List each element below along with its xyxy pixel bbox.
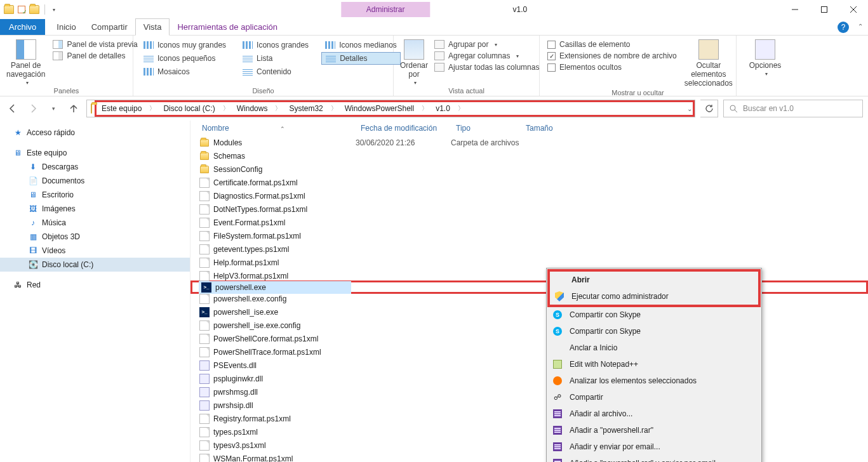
- nav-pane-button[interactable]: Panel de navegación ▾: [6, 39, 45, 86]
- file-list-pane[interactable]: Nombre Fecha de modificación Tipo Tamaño…: [190, 121, 868, 462]
- tab-view[interactable]: Vista: [135, 18, 170, 36]
- tree-network[interactable]: 🖧Red: [0, 278, 190, 292]
- preview-pane-button[interactable]: Panel de vista previa: [51, 39, 138, 50]
- ctx-add-email[interactable]: Añadir y enviar por email...: [548, 439, 760, 455]
- manage-contextual-tab[interactable]: Administrar: [341, 2, 431, 17]
- column-type[interactable]: Tipo: [451, 121, 521, 135]
- breadcrumb[interactable]: Este equipo〉Disco local (C:)〉Windows〉Sys…: [95, 100, 695, 117]
- column-headers[interactable]: Nombre Fecha de modificación Tipo Tamaño: [190, 121, 868, 136]
- file-row[interactable]: Help.format.ps1xml: [190, 256, 868, 269]
- layout-list[interactable]: Lista: [239, 52, 312, 65]
- file-row[interactable]: PowerShellCore.format.ps1xml: [190, 332, 868, 345]
- qat-new-folder-icon[interactable]: [29, 4, 39, 15]
- tree-this-pc[interactable]: 🖥Este equipo: [0, 146, 190, 160]
- tab-app-tools[interactable]: Herramientas de aplicación: [170, 19, 285, 35]
- size-columns-button[interactable]: Ajustar todas las columnas: [433, 62, 540, 72]
- chevron-right-icon[interactable]: 〉: [327, 102, 341, 115]
- breadcrumb-segment[interactable]: v1.0: [432, 102, 454, 115]
- back-button[interactable]: [5, 101, 20, 116]
- file-row[interactable]: FileSystem.format.ps1xml: [190, 229, 868, 242]
- tree-item[interactable]: 📄Documentos: [0, 174, 190, 188]
- ctx-skype-share-2[interactable]: SCompartir con Skype: [548, 323, 760, 340]
- close-button[interactable]: [839, 0, 868, 19]
- chevron-right-icon[interactable]: 〉: [145, 102, 159, 115]
- ctx-run-as-admin[interactable]: Ejecutar como administrador: [550, 288, 758, 305]
- address-bar[interactable]: Este equipo〉Disco local (C:)〉Windows〉Sys…: [86, 100, 695, 117]
- tree-item[interactable]: ⬇Descargas: [0, 160, 190, 174]
- help-icon[interactable]: ?: [838, 22, 849, 33]
- ctx-skype-share-1[interactable]: SCompartir con Skype: [548, 307, 760, 323]
- tree-item[interactable]: ♪Música: [0, 216, 190, 230]
- file-row[interactable]: pspluginwkr.dll: [190, 372, 868, 385]
- ctx-pin-start[interactable]: Anclar a Inicio: [548, 340, 760, 356]
- file-row[interactable]: getevent.types.ps1xml: [190, 242, 868, 256]
- refresh-button[interactable]: [700, 100, 718, 117]
- file-row[interactable]: types.ps1xml: [190, 425, 868, 439]
- layout-gallery[interactable]: Iconos muy grandes Iconos grandes Iconos…: [140, 39, 387, 77]
- breadcrumb-segment[interactable]: Este equipo: [98, 102, 145, 115]
- tree-item[interactable]: 🖼Imágenes: [0, 202, 190, 216]
- search-input[interactable]: Buscar en v1.0: [723, 100, 863, 117]
- layout-content[interactable]: Contenido: [239, 66, 312, 77]
- address-history-dropdown[interactable]: ⌄: [687, 100, 692, 117]
- hide-selected-button[interactable]: Ocultar elementos seleccionados: [684, 39, 733, 88]
- options-button[interactable]: Opciones▾: [743, 39, 787, 77]
- ctx-avast-scan[interactable]: Analizar los elementos seleccionados: [548, 373, 760, 389]
- minimize-button[interactable]: [780, 0, 810, 19]
- file-row[interactable]: PowerShellTrace.format.ps1xml: [190, 345, 868, 359]
- breadcrumb-segment[interactable]: System32: [285, 102, 326, 115]
- file-row[interactable]: Registry.format.ps1xml: [190, 412, 868, 425]
- ctx-add-archive[interactable]: Añadir al archivo...: [548, 406, 760, 422]
- layout-large[interactable]: Iconos grandes: [239, 39, 312, 51]
- layout-details[interactable]: Detalles: [321, 52, 401, 65]
- tree-item[interactable]: ▦Objetos 3D: [0, 230, 190, 244]
- file-row[interactable]: DotNetTypes.format.ps1xml: [190, 202, 868, 216]
- layout-extra-large[interactable]: Iconos muy grandes: [140, 39, 230, 51]
- column-size[interactable]: Tamaño: [521, 121, 571, 135]
- add-columns-button[interactable]: Agregar columnas ▾: [433, 51, 540, 61]
- layout-small[interactable]: Iconos pequeños: [140, 52, 230, 65]
- file-row[interactable]: powershell_ise.exe.config: [190, 319, 868, 332]
- tree-item[interactable]: 💽Disco local (C:): [0, 258, 190, 272]
- ctx-add-rar[interactable]: Añadir a "powershell.rar": [548, 422, 760, 439]
- file-row[interactable]: Schemas: [190, 149, 868, 162]
- recent-locations-button[interactable]: ▾: [46, 101, 61, 116]
- file-row[interactable]: PSEvents.dll: [190, 359, 868, 372]
- file-row[interactable]: WSMan.Format.ps1xml: [190, 452, 868, 462]
- ctx-share[interactable]: ☍Compartir: [548, 389, 760, 406]
- tree-quick-access[interactable]: ★Acceso rápido: [0, 126, 190, 140]
- item-checkboxes-toggle[interactable]: Casillas de elemento: [546, 39, 678, 50]
- chevron-right-icon[interactable]: 〉: [454, 102, 468, 115]
- ctx-add-rar-email[interactable]: Añadir a "powershell.rar" y enviar por e…: [548, 455, 760, 462]
- column-date[interactable]: Fecha de modificación: [356, 121, 451, 135]
- collapse-ribbon-icon[interactable]: ⌃: [858, 23, 863, 30]
- details-pane-button[interactable]: Panel de detalles: [51, 51, 138, 61]
- ctx-notepad[interactable]: Edit with Notepad++: [548, 356, 760, 373]
- ctx-open[interactable]: Abrir: [550, 272, 758, 288]
- tab-share[interactable]: Compartir: [84, 19, 135, 35]
- file-row[interactable]: >_powershell_ise.exe: [190, 305, 868, 319]
- file-row[interactable]: Modules30/06/2020 21:26Carpeta de archiv…: [190, 136, 868, 149]
- file-row[interactable]: Certificate.format.ps1xml: [190, 176, 868, 189]
- tree-item[interactable]: 🖥Escritorio: [0, 188, 190, 202]
- navigation-tree[interactable]: ★Acceso rápido 🖥Este equipo ⬇Descargas📄D…: [0, 121, 190, 462]
- file-row[interactable]: pwrshmsg.dll: [190, 385, 868, 399]
- chevron-right-icon[interactable]: 〉: [418, 102, 432, 115]
- qat-dropdown-icon[interactable]: ▾: [53, 7, 55, 13]
- up-button[interactable]: [66, 101, 81, 116]
- file-row[interactable]: typesv3.ps1xml: [190, 439, 868, 452]
- breadcrumb-segment[interactable]: Disco local (C:): [159, 102, 218, 115]
- hidden-items-toggle[interactable]: Elementos ocultos: [546, 62, 678, 72]
- sort-by-button[interactable]: Ordenar por▾: [400, 39, 428, 86]
- file-row[interactable]: powershell.exe.config: [190, 292, 868, 305]
- file-row[interactable]: Event.Format.ps1xml: [190, 216, 868, 229]
- layout-tiles[interactable]: Mosaicos: [140, 66, 230, 77]
- file-extensions-toggle[interactable]: Extensiones de nombre de archivo: [546, 51, 678, 61]
- file-row[interactable]: Diagnostics.Format.ps1xml: [190, 189, 868, 202]
- qat-properties-icon[interactable]: ✓: [17, 4, 27, 15]
- chevron-right-icon[interactable]: 〉: [271, 102, 285, 115]
- breadcrumb-segment[interactable]: Windows: [233, 102, 272, 115]
- column-name[interactable]: Nombre: [197, 121, 356, 135]
- file-row[interactable]: SessionConfig: [190, 162, 868, 176]
- tab-home[interactable]: Inicio: [49, 19, 83, 35]
